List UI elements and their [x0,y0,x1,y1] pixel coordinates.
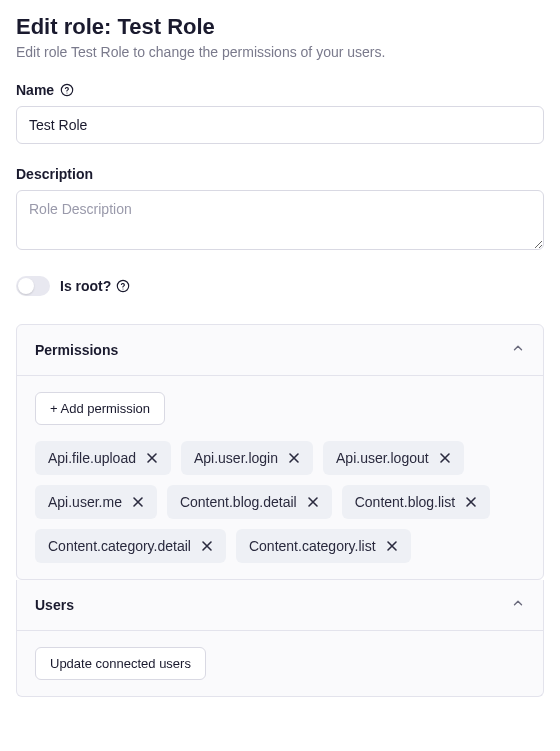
description-label: Description [16,166,544,182]
permission-tag: Api.user.login [181,441,313,475]
permission-tag: Content.blog.list [342,485,490,519]
page-title: Edit role: Test Role [16,14,544,40]
permission-tag: Api.file.upload [35,441,171,475]
close-icon[interactable] [146,452,158,464]
close-icon[interactable] [132,496,144,508]
chevron-up-icon [511,341,525,359]
description-input[interactable] [16,190,544,250]
close-icon[interactable] [465,496,477,508]
name-label: Name [16,82,544,98]
permission-tag: Content.blog.detail [167,485,332,519]
permission-tag: Content.category.detail [35,529,226,563]
permission-tag-label: Content.category.list [249,538,376,554]
page-subtitle: Edit role Test Role to change the permis… [16,44,544,60]
close-icon[interactable] [307,496,319,508]
close-icon[interactable] [201,540,213,552]
is-root-toggle[interactable] [16,276,50,296]
permission-tag-label: Content.blog.list [355,494,455,510]
permission-tag-label: Content.category.detail [48,538,191,554]
permission-tag-label: Api.user.logout [336,450,429,466]
users-title: Users [35,597,74,613]
permission-tag-label: Api.user.me [48,494,122,510]
help-icon[interactable] [60,83,74,97]
close-icon[interactable] [288,452,300,464]
help-icon[interactable] [116,279,130,293]
permission-tag: Api.user.me [35,485,157,519]
chevron-up-icon [511,596,525,614]
close-icon[interactable] [439,452,451,464]
permission-tag: Content.category.list [236,529,411,563]
permission-tag: Api.user.logout [323,441,464,475]
name-input[interactable] [16,106,544,144]
permissions-title: Permissions [35,342,118,358]
users-header[interactable]: Users [17,580,543,631]
add-permission-button[interactable]: + Add permission [35,392,165,425]
svg-point-1 [67,92,68,93]
close-icon[interactable] [386,540,398,552]
permission-tag-label: Content.blog.detail [180,494,297,510]
permission-tag-label: Api.user.login [194,450,278,466]
is-root-label: Is root? [60,278,130,294]
update-users-button[interactable]: Update connected users [35,647,206,680]
permission-tag-label: Api.file.upload [48,450,136,466]
svg-point-3 [123,288,124,289]
permissions-header[interactable]: Permissions [17,325,543,376]
